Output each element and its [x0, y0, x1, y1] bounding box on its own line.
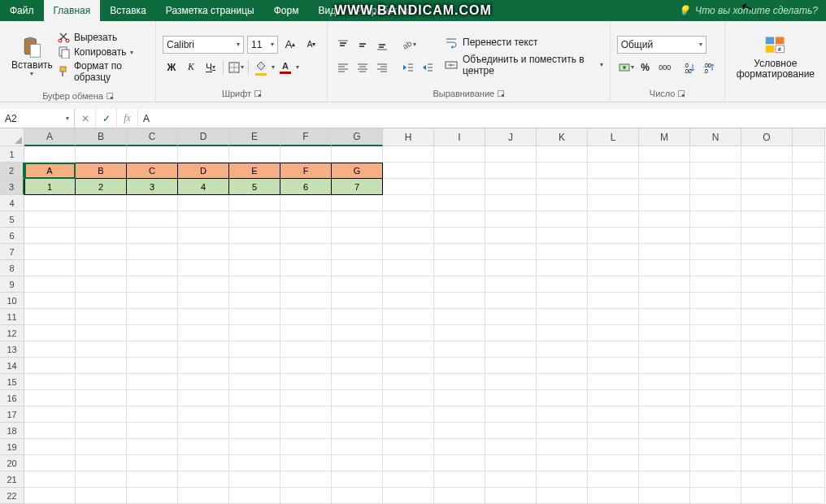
cell[interactable]: [332, 471, 383, 488]
cell[interactable]: [24, 455, 76, 471]
cell[interactable]: [383, 146, 434, 163]
cell[interactable]: [332, 260, 383, 276]
cell[interactable]: [332, 358, 383, 374]
cell[interactable]: [537, 374, 588, 390]
cell[interactable]: [332, 439, 383, 455]
fill-color-caret-icon[interactable]: ▾: [272, 63, 275, 71]
cell[interactable]: [24, 358, 76, 374]
clipboard-dialog-launcher[interactable]: [107, 93, 113, 99]
cell[interactable]: [76, 439, 127, 455]
cell[interactable]: [383, 406, 434, 423]
cell[interactable]: [537, 358, 588, 374]
cell[interactable]: [588, 455, 639, 471]
cell[interactable]: [485, 341, 537, 358]
cell[interactable]: [588, 163, 639, 179]
cell[interactable]: [434, 406, 485, 423]
cell[interactable]: [485, 390, 537, 406]
cell[interactable]: [690, 211, 741, 228]
cell[interactable]: [178, 309, 229, 325]
cell[interactable]: [127, 341, 178, 358]
cell[interactable]: 3: [127, 179, 178, 195]
cell[interactable]: [639, 179, 690, 195]
cell[interactable]: [639, 276, 690, 293]
cell[interactable]: [639, 146, 690, 163]
cell[interactable]: [178, 341, 229, 358]
cell[interactable]: [537, 211, 588, 228]
cell[interactable]: [280, 471, 332, 488]
cell[interactable]: [741, 455, 793, 471]
cell[interactable]: [229, 390, 280, 406]
cell[interactable]: [24, 244, 76, 260]
decrease-decimal-button[interactable]: .00.0: [700, 59, 718, 76]
cell[interactable]: [588, 374, 639, 390]
cell[interactable]: [127, 488, 178, 504]
cell[interactable]: [229, 276, 280, 293]
cell[interactable]: [537, 179, 588, 195]
cell[interactable]: [588, 390, 639, 406]
row-header[interactable]: 15: [0, 374, 24, 390]
worksheet-grid[interactable]: ABCDEFGHIJKLMNO12АВСDEFG3123456745678910…: [0, 128, 826, 504]
font-name-select[interactable]: Calibri▾: [163, 36, 244, 54]
cell[interactable]: [127, 439, 178, 455]
row-header[interactable]: 11: [0, 309, 24, 325]
cell[interactable]: [76, 341, 127, 358]
cell[interactable]: [690, 309, 741, 325]
row-header[interactable]: 13: [0, 341, 24, 358]
row-header[interactable]: 2: [0, 163, 24, 179]
cell[interactable]: [76, 455, 127, 471]
cell[interactable]: [537, 146, 588, 163]
align-top-button[interactable]: [334, 36, 352, 54]
tab-home[interactable]: Главная: [44, 0, 101, 21]
cell[interactable]: [588, 439, 639, 455]
cell[interactable]: [24, 276, 76, 293]
cell[interactable]: [793, 455, 825, 471]
cell[interactable]: [229, 293, 280, 309]
row-header[interactable]: 10: [0, 293, 24, 309]
cell[interactable]: [485, 423, 537, 439]
increase-decimal-button[interactable]: .0.00: [680, 59, 698, 76]
cell[interactable]: [229, 423, 280, 439]
cell[interactable]: [178, 228, 229, 244]
insert-function-button[interactable]: fx: [117, 109, 138, 128]
cell[interactable]: [383, 179, 434, 195]
cell[interactable]: [383, 390, 434, 406]
font-size-select[interactable]: 11▾: [247, 36, 278, 54]
align-left-button[interactable]: [334, 59, 352, 76]
cell[interactable]: [793, 293, 825, 309]
cell[interactable]: [485, 244, 537, 260]
cell[interactable]: [690, 341, 741, 358]
row-header[interactable]: 17: [0, 406, 24, 423]
decrease-font-button[interactable]: A▾: [302, 36, 320, 54]
cell[interactable]: [332, 325, 383, 341]
cell[interactable]: [485, 195, 537, 211]
column-header[interactable]: J: [485, 128, 537, 146]
cell[interactable]: [434, 309, 485, 325]
cell[interactable]: [76, 309, 127, 325]
cell[interactable]: [76, 488, 127, 504]
cell[interactable]: [690, 146, 741, 163]
cell[interactable]: [793, 341, 825, 358]
cell[interactable]: [280, 228, 332, 244]
cell[interactable]: [537, 325, 588, 341]
align-bottom-button[interactable]: [373, 36, 391, 54]
cell[interactable]: [434, 488, 485, 504]
cell[interactable]: [434, 244, 485, 260]
column-header[interactable]: G: [332, 128, 383, 146]
row-header[interactable]: 16: [0, 390, 24, 406]
tab-insert[interactable]: Вставка: [100, 0, 156, 21]
increase-indent-button[interactable]: [419, 59, 437, 76]
cell[interactable]: [178, 276, 229, 293]
cell[interactable]: [229, 471, 280, 488]
cell[interactable]: [588, 179, 639, 195]
cell[interactable]: [793, 406, 825, 423]
row-header[interactable]: 19: [0, 439, 24, 455]
cell[interactable]: [24, 439, 76, 455]
cell[interactable]: [229, 211, 280, 228]
row-header[interactable]: 18: [0, 423, 24, 439]
cell[interactable]: [537, 390, 588, 406]
cell[interactable]: [741, 471, 793, 488]
cell[interactable]: [793, 179, 825, 195]
cell[interactable]: [793, 471, 825, 488]
cell[interactable]: [485, 374, 537, 390]
cell[interactable]: [383, 163, 434, 179]
